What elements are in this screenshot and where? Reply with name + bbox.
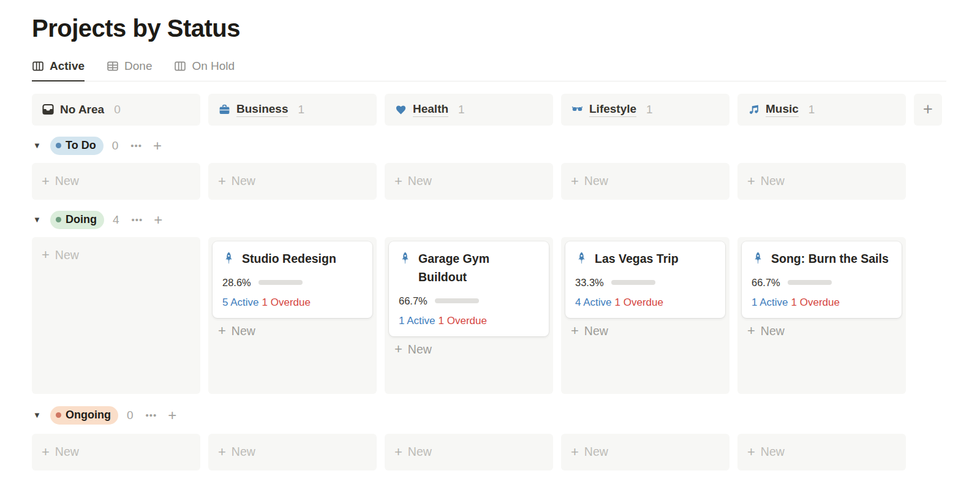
column-name[interactable]: Lifestyle <box>589 102 636 117</box>
plus-icon: + <box>747 175 755 188</box>
new-item-button[interactable]: +New <box>394 342 549 357</box>
new-item-button[interactable]: +New <box>385 434 553 471</box>
group-add-icon[interactable]: + <box>168 408 176 423</box>
rocket-icon <box>575 251 588 264</box>
plus-icon: + <box>571 175 579 188</box>
column-count: 0 <box>114 103 121 116</box>
column-header-music[interactable]: Music 1 <box>737 94 906 126</box>
plus-icon: + <box>42 248 50 262</box>
group-row-ongoing: +New +New +New +New +New <box>32 434 978 471</box>
group-menu-icon[interactable]: ••• <box>132 214 143 225</box>
new-item-button[interactable]: +New <box>208 434 377 471</box>
projects-board-page: Projects by Status Active Done On Hold N… <box>0 0 980 471</box>
progress-label: 33.3% <box>575 277 604 289</box>
column-name: No Area <box>60 103 104 116</box>
group-count: 0 <box>127 409 134 422</box>
tab-done[interactable]: Done <box>107 59 152 81</box>
project-card-garage-gym-buildout[interactable]: Garage Gym Buildout 66.7% 1 Active 1 Ove… <box>389 241 549 336</box>
group-header-ongoing: ▼ Ongoing 0 ••• + <box>33 402 978 429</box>
progress-label: 28.6% <box>222 277 251 289</box>
plus-icon: + <box>394 445 402 459</box>
column-count: 1 <box>458 103 465 116</box>
group-name: To Do <box>66 139 96 152</box>
column-count: 1 <box>646 103 653 116</box>
group-name: Doing <box>66 213 97 226</box>
tab-active[interactable]: Active <box>32 59 85 81</box>
group-add-icon[interactable]: + <box>154 213 162 227</box>
column-header-health[interactable]: Health 1 <box>385 94 553 126</box>
new-item-button[interactable]: +New <box>32 163 200 200</box>
progress-bar <box>788 280 832 285</box>
group-header-doing: ▼ Doing 4 ••• + <box>33 208 978 232</box>
rocket-icon <box>752 251 764 264</box>
briefcase-icon <box>218 103 231 116</box>
new-item-button[interactable]: +New <box>737 434 906 471</box>
column-count: 1 <box>298 103 304 116</box>
tab-label: On Hold <box>192 59 235 73</box>
board-cell-music-doing: Song: Burn the Sails 66.7% 1 Active 1 Ov… <box>737 237 906 394</box>
status-badge-doing[interactable]: Doing <box>50 211 104 229</box>
group-header-to-do: ▼ To Do 0 ••• + <box>33 134 978 158</box>
progress-label: 66.7% <box>399 295 428 307</box>
plus-icon: + <box>42 445 50 459</box>
inbox-icon <box>42 103 55 116</box>
board: No Area 0 Business 1 Health 1 Lifestyle … <box>32 94 978 471</box>
card-task-stats: 4 Active 1 Overdue <box>575 297 715 309</box>
new-item-button[interactable]: +New <box>747 324 902 338</box>
new-item-button[interactable]: +New <box>218 324 372 338</box>
tab-on-hold[interactable]: On Hold <box>174 59 235 81</box>
project-card-song-burn-the-sails[interactable]: Song: Burn the Sails 66.7% 1 Active 1 Ov… <box>742 241 902 318</box>
new-item-button[interactable]: +New <box>737 163 906 200</box>
add-column-button[interactable]: + <box>914 94 942 126</box>
plus-icon: + <box>747 324 755 338</box>
music-note-icon <box>747 103 760 116</box>
plus-icon: + <box>394 342 402 356</box>
status-badge-to-do[interactable]: To Do <box>50 137 104 155</box>
new-item-button[interactable]: +New <box>385 163 553 200</box>
new-item-button[interactable]: +New <box>32 434 200 471</box>
page-title: Projects by Status <box>32 15 980 42</box>
column-name[interactable]: Health <box>413 102 448 117</box>
column-header-business[interactable]: Business 1 <box>208 94 377 126</box>
card-title: Studio Redesign <box>242 249 336 268</box>
group-count: 4 <box>113 213 119 227</box>
column-header-lifestyle[interactable]: Lifestyle 1 <box>561 94 729 126</box>
plus-icon: + <box>218 445 226 459</box>
board-cell-health-doing: Garage Gym Buildout 66.7% 1 Active 1 Ove… <box>385 237 553 394</box>
card-task-stats: 1 Active 1 Overdue <box>399 315 539 327</box>
tab-label: Active <box>50 59 85 73</box>
card-title: Garage Gym Buildout <box>418 249 539 286</box>
plus-icon: + <box>394 175 402 188</box>
plus-icon: + <box>571 445 579 459</box>
rocket-icon <box>222 251 235 264</box>
collapse-toggle-icon[interactable]: ▼ <box>33 410 43 420</box>
rocket-icon <box>399 251 412 264</box>
new-item-button[interactable]: +New <box>561 434 729 471</box>
tab-label: Done <box>124 59 152 73</box>
sunglasses-icon <box>571 103 584 116</box>
collapse-toggle-icon[interactable]: ▼ <box>33 141 43 150</box>
collapse-toggle-icon[interactable]: ▼ <box>33 215 43 224</box>
new-item-button[interactable]: +New <box>208 163 377 200</box>
status-badge-ongoing[interactable]: Ongoing <box>50 406 118 425</box>
group-row-doing: +New Studio Redesign 28.6% 5 Active 1 Ov… <box>32 237 978 394</box>
new-item-button[interactable]: +New <box>571 324 725 338</box>
status-dot-icon <box>56 143 61 148</box>
column-name[interactable]: Business <box>236 102 288 117</box>
plus-icon: + <box>747 445 755 459</box>
progress-bar <box>611 280 655 285</box>
board-view-icon <box>32 60 44 72</box>
group-menu-icon[interactable]: ••• <box>130 140 142 151</box>
group-add-icon[interactable]: + <box>153 138 162 153</box>
group-menu-icon[interactable]: ••• <box>146 410 157 420</box>
card-title: Song: Burn the Sails <box>771 249 889 268</box>
project-card-studio-redesign[interactable]: Studio Redesign 28.6% 5 Active 1 Overdue <box>213 241 372 318</box>
new-item-button[interactable]: +New <box>32 237 200 394</box>
project-card-las-vegas-trip[interactable]: Las Vegas Trip 33.3% 4 Active 1 Overdue <box>565 241 725 318</box>
card-task-stats: 1 Active 1 Overdue <box>752 297 892 309</box>
column-name[interactable]: Music <box>766 102 799 117</box>
new-item-button[interactable]: +New <box>561 163 729 200</box>
card-title: Las Vegas Trip <box>595 249 679 268</box>
column-header-no-area[interactable]: No Area 0 <box>32 94 200 126</box>
progress-label: 66.7% <box>752 277 780 289</box>
